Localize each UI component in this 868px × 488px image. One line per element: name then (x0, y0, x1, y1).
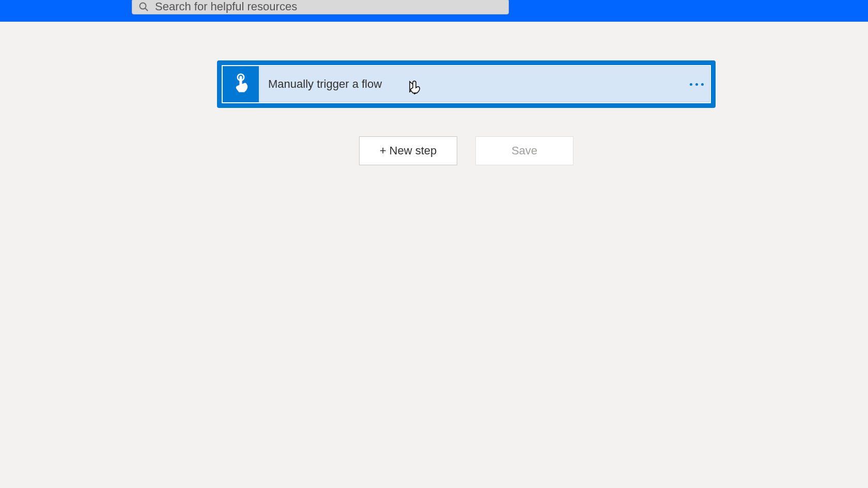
trigger-title: Manually trigger a flow (259, 77, 684, 91)
new-step-button[interactable]: + New step (359, 136, 457, 165)
svg-line-1 (145, 8, 148, 11)
trigger-inner: Manually trigger a flow (223, 66, 710, 102)
ellipsis-icon (690, 83, 704, 86)
trigger-more-menu[interactable] (684, 67, 709, 102)
save-button[interactable]: Save (475, 136, 574, 165)
action-buttons: + New step Save (359, 136, 574, 165)
trigger-card[interactable]: Manually trigger a flow (217, 60, 716, 108)
search-icon (138, 2, 149, 12)
search-input[interactable] (155, 0, 502, 13)
svg-point-0 (140, 3, 146, 9)
search-box[interactable] (132, 0, 509, 14)
flow-canvas: Manually trigger a flow + New step Save (0, 22, 868, 165)
touch-icon (230, 72, 252, 96)
trigger-icon-box (223, 66, 259, 102)
top-bar (0, 0, 868, 22)
